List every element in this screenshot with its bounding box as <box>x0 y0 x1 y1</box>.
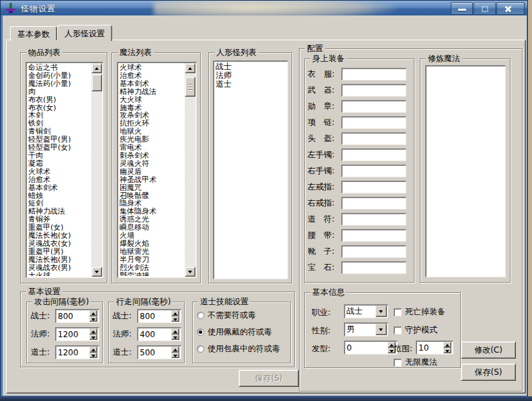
dropdown-button[interactable] <box>375 324 387 335</box>
list-item[interactable]: 灵魂火符 <box>120 160 184 168</box>
job-combobox[interactable]: 战士 <box>344 304 388 318</box>
spin-down-button[interactable] <box>89 353 97 359</box>
list-item[interactable]: 魔法长袍(男) <box>28 256 91 264</box>
checkbox-icon[interactable] <box>394 359 402 367</box>
radio-option[interactable]: 使用包裹中的符或毒 <box>197 343 290 354</box>
spin-down-button[interactable] <box>89 335 97 341</box>
arrow-up-icon <box>173 330 177 333</box>
equipment-group: 身上装备 衣 服: 武 器: 勋 章: 项 链: <box>304 58 414 283</box>
list-item[interactable]: 烈火剑法 <box>120 264 184 272</box>
taoist-skill-options: 不需要符或毒 使用佩戴的符或毒 使用包裹中的符或毒 <box>193 304 290 354</box>
magic-listbox[interactable]: 火球术治愈术基本剑术精神力战法大火球施毒术攻杀剑术抗拒火环地狱火疾光电影雷电术刺… <box>117 62 197 278</box>
app-icon <box>5 3 16 13</box>
spin-down-button[interactable] <box>171 335 179 341</box>
arrow-up-icon <box>95 67 99 70</box>
list-item[interactable]: 肉 <box>28 88 91 96</box>
list-item[interactable]: 基本剑术 <box>120 80 184 88</box>
spin-down-button[interactable] <box>171 316 179 322</box>
arrow-down-icon <box>95 271 99 273</box>
equipment-row: 勋 章: <box>308 100 411 113</box>
equipment-input[interactable] <box>341 229 406 242</box>
list-item[interactable]: 道士 <box>216 80 285 89</box>
equipment-input[interactable] <box>341 116 406 129</box>
list-item[interactable]: 幽灵盾 <box>120 168 184 176</box>
list-item[interactable]: 精神力战法 <box>120 88 184 96</box>
list-item[interactable]: 困魔咒 <box>120 184 184 192</box>
equipment-input[interactable] <box>341 148 406 161</box>
arrow-up-icon <box>188 67 192 70</box>
radio-icon[interactable] <box>197 328 204 336</box>
list-item[interactable]: 神圣战甲术 <box>120 176 184 184</box>
equipment-input[interactable] <box>341 181 406 193</box>
scrollbar-thumb[interactable] <box>185 77 195 97</box>
equipment-input[interactable] <box>341 261 406 274</box>
spin-up-button[interactable] <box>89 328 97 335</box>
equipment-input[interactable] <box>341 197 406 210</box>
equipment-input[interactable] <box>341 84 406 97</box>
save-button[interactable]: 保存(S) <box>461 363 516 381</box>
list-item[interactable]: 凝霜 <box>28 160 91 168</box>
minimize-button[interactable] <box>451 2 473 15</box>
radio-option[interactable]: 不需要符或毒 <box>197 310 290 320</box>
list-item[interactable]: 大火球 <box>28 272 91 276</box>
training-magic-listbox[interactable] <box>425 65 506 277</box>
maximize-icon <box>482 6 488 12</box>
list-item[interactable]: 地狱雷光 <box>120 248 184 256</box>
spin-up-button[interactable] <box>89 347 97 353</box>
titlebar[interactable]: 怪物设置 <box>1 1 527 15</box>
list-item[interactable]: 火球术 <box>28 168 91 176</box>
spin-up-button[interactable] <box>443 342 451 348</box>
list-item[interactable]: 半月弯刀 <box>120 256 184 264</box>
chevron-down-icon <box>379 328 383 331</box>
interval-row: 战士: <box>31 309 102 323</box>
gender-combobox[interactable]: 男 <box>344 322 388 337</box>
item-listbox[interactable]: 命运之书金创药(小量)魔法药(小量)肉布衣(男)布衣(女)木剑铁剑青铜剑轻型盔甲… <box>26 62 103 278</box>
magic-list-scrollbar[interactable] <box>185 63 195 277</box>
radio-icon[interactable] <box>197 345 204 353</box>
checkbox-icon[interactable] <box>394 308 402 316</box>
equipment-input[interactable] <box>341 165 406 177</box>
item-list-scrollbar[interactable] <box>91 63 102 277</box>
checkbox-icon[interactable] <box>394 326 402 335</box>
list-item[interactable]: 布衣(男) <box>28 96 91 104</box>
spin-up-button[interactable] <box>89 310 97 316</box>
radio-icon[interactable] <box>197 312 204 319</box>
equipment-input[interactable] <box>341 68 406 81</box>
unlimited-magic-checkbox-row[interactable]: 无限魔法 <box>394 357 437 368</box>
list-item[interactable]: 重盔甲(男) <box>28 248 91 256</box>
radio-option[interactable]: 使用佩戴的符或毒 <box>197 326 290 337</box>
list-item[interactable]: 治愈术 <box>28 176 91 184</box>
spin-up-button[interactable] <box>171 347 179 353</box>
tab-humanoid-settings[interactable]: 人形怪设置 <box>57 25 112 41</box>
modify-button[interactable]: 修改(C) <box>461 341 516 359</box>
equipment-input[interactable] <box>341 100 406 113</box>
spin-down-button[interactable] <box>89 316 97 322</box>
list-item[interactable]: 基本剑术 <box>28 184 91 192</box>
scroll-up-button[interactable] <box>91 63 102 73</box>
equipment-input[interactable] <box>341 132 406 145</box>
spin-up-button[interactable] <box>171 328 179 335</box>
spin-down-button[interactable] <box>443 348 451 354</box>
dropdown-button[interactable] <box>375 306 387 317</box>
list-item[interactable]: 野蛮冲撞 <box>120 272 184 276</box>
close-button[interactable] <box>496 2 525 15</box>
equipment-input[interactable] <box>341 213 406 226</box>
spin-down-button[interactable] <box>171 353 179 359</box>
guard-mode-checkbox-row[interactable]: 守护模式 <box>394 324 437 336</box>
arrow-down-icon <box>91 318 95 321</box>
scroll-up-button[interactable] <box>185 63 195 73</box>
maximize-button[interactable] <box>474 2 496 15</box>
interval-row: 道士: <box>31 345 102 359</box>
scroll-down-button[interactable] <box>185 267 195 277</box>
spin-up-button[interactable] <box>171 310 179 316</box>
tab-basic-params[interactable]: 基本参数 <box>10 26 57 40</box>
drop-equipment-checkbox-row[interactable]: 死亡掉装备 <box>394 306 445 318</box>
list-item[interactable]: 灵魂战衣(男) <box>28 264 91 272</box>
scroll-down-button[interactable] <box>91 267 102 277</box>
equipment-input[interactable] <box>341 245 406 258</box>
list-item[interactable]: 魔法药(小量) <box>28 80 91 88</box>
monster-listbox[interactable]: 战士法师道士 <box>213 60 288 279</box>
scrollbar-thumb[interactable] <box>91 74 102 91</box>
equipment-title: 身上装备 <box>310 54 347 63</box>
list-item[interactable]: 大火球 <box>120 96 184 104</box>
